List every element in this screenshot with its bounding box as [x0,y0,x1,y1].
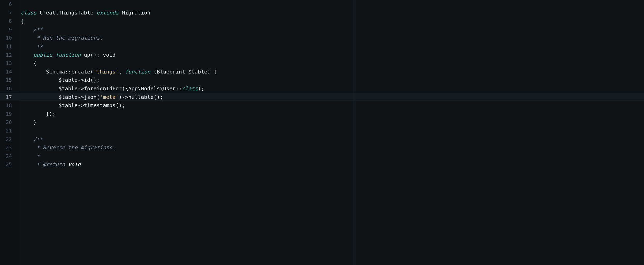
line-number: 6 [0,0,20,9]
keyword-extends: extends [97,10,119,16]
line-number-gutter: 6 7 8 9 10 11 12 13 14 15 16 17 18 19 20… [0,0,20,265]
code-line[interactable]: * [20,152,644,160]
line-number: 18 [0,101,20,110]
code-area[interactable]: class CreateThingsTable extends Migratio… [20,0,644,265]
line-number: 20 [0,118,20,127]
line-number: 14 [0,68,20,76]
class-name: CreateThingsTable [40,10,93,16]
docblock: * Run the migrations. [33,35,103,41]
docblock: */ [33,43,43,49]
base-class: Migration [122,10,150,16]
code-line[interactable]: Schema::create('things', function (Bluep… [20,68,644,76]
text-caret [163,94,163,100]
string-literal: 'things' [94,69,119,75]
code-line[interactable] [20,0,644,9]
code-line[interactable]: { [20,17,644,25]
line-number: 8 [0,17,20,25]
return-type: void [68,161,81,167]
docblock: * Reverse the migrations. [33,144,116,151]
column-ruler [354,0,354,265]
line-number: 25 [0,160,20,169]
line-number: 10 [0,34,20,42]
code-line[interactable]: */ [20,42,644,51]
line-number: 21 [0,127,20,135]
line-number: 13 [0,59,20,68]
line-number: 23 [0,143,20,152]
code-line[interactable]: { [20,59,644,68]
keyword-function: function [56,52,81,58]
code-line[interactable] [20,127,644,135]
docblock: /** [33,136,43,142]
line-number: 22 [0,135,20,144]
code-line[interactable]: public function up(): void [20,51,644,59]
code-line-active[interactable]: $table->json('meta')->nullable(); [20,93,644,101]
code-line[interactable]: class CreateThingsTable extends Migratio… [20,9,644,17]
code-line[interactable]: $table->foreignIdFor(\App\Models\User::c… [20,84,644,93]
code-line[interactable]: * Run the migrations. [20,34,644,42]
line-number: 19 [0,110,20,118]
code-editor[interactable]: 6 7 8 9 10 11 12 13 14 15 16 17 18 19 20… [0,0,644,265]
docblock: * [33,153,40,159]
code-line[interactable]: $table->timestamps(); [20,101,644,110]
string-literal: 'meta' [100,94,119,100]
line-number: 11 [0,42,20,51]
line-number: 24 [0,152,20,160]
function-name: up [84,52,90,58]
return-type: void [103,52,116,58]
code-line[interactable]: * @return void [20,160,644,169]
code-line[interactable]: /** [20,135,644,144]
keyword-public: public [33,52,52,58]
keyword-class-ref: class [182,85,198,92]
line-number: 16 [0,84,20,93]
line-number: 7 [0,9,20,17]
code-line[interactable]: /** [20,25,644,34]
code-line[interactable]: $table->id(); [20,76,644,84]
line-number: 12 [0,51,20,59]
docblock: /** [33,26,43,33]
docblock: * @return [33,161,68,167]
line-number: 17 [0,93,20,101]
code-line[interactable]: } [20,118,644,127]
code-line[interactable]: }); [20,110,644,118]
keyword-class: class [21,10,36,16]
keyword-function: function [125,69,150,75]
line-number: 15 [0,76,20,84]
line-number: 9 [0,25,20,34]
code-line[interactable]: * Reverse the migrations. [20,143,644,152]
